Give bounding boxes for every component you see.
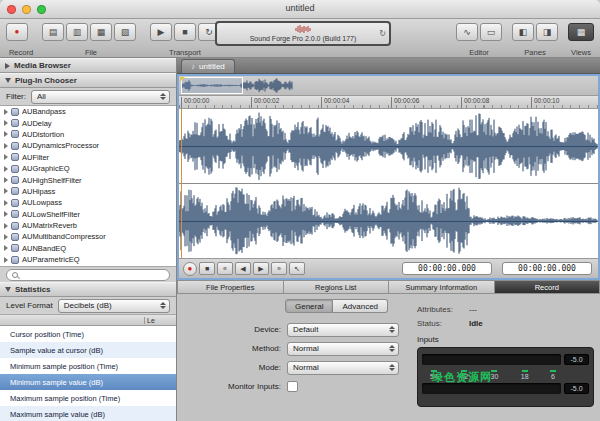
- toolbar-right: ∿ ▭ ◧ ◨ ▦: [456, 23, 594, 41]
- waveform-canvas[interactable]: [179, 109, 598, 258]
- plugin-label: AULowShelfFilter: [22, 210, 80, 219]
- tab-file-properties[interactable]: File Properties: [177, 280, 284, 294]
- plugin-list-item[interactable]: AULowShelfFilter: [0, 209, 176, 220]
- disclosure-icon[interactable]: [4, 131, 8, 137]
- wave-edit-icon: ∿: [463, 28, 471, 37]
- plugin-icon: [11, 233, 19, 241]
- plugin-list-item[interactable]: AUGraphicEQ: [0, 163, 176, 174]
- level-format-select[interactable]: Decibels (dB): [58, 299, 170, 313]
- waveform-channel-right[interactable]: [179, 184, 598, 259]
- editor-wave-button[interactable]: ∿: [456, 23, 478, 41]
- section-statistics[interactable]: Statistics: [0, 282, 176, 297]
- popup-arrows-icon: [160, 93, 166, 100]
- filter-select[interactable]: All: [31, 90, 170, 104]
- table-row[interactable]: Minimum sample position (Time): [0, 358, 176, 374]
- plugin-list-item[interactable]: AUHipass: [0, 186, 176, 197]
- disclosure-icon[interactable]: [4, 188, 8, 194]
- plugin-list-item[interactable]: AUDynamicsProcessor: [0, 140, 176, 151]
- monitor-inputs-checkbox[interactable]: [287, 381, 298, 392]
- disclosure-icon[interactable]: [4, 223, 8, 229]
- plugin-list-item[interactable]: AUNBandEQ: [0, 243, 176, 254]
- mode-select[interactable]: Normal: [287, 361, 399, 375]
- table-row[interactable]: Sample value at cursor (dB): [0, 342, 176, 358]
- plugin-label: AUHipass: [22, 187, 55, 196]
- table-row-selected[interactable]: Minimum sample value (dB): [0, 374, 176, 390]
- section-plugin-chooser[interactable]: Plug-In Chooser: [0, 73, 176, 88]
- disclosure-icon[interactable]: [4, 154, 8, 160]
- search-field[interactable]: [6, 269, 170, 281]
- tab-summary-information[interactable]: Summary Information: [389, 280, 495, 294]
- plugin-list-item[interactable]: AUBandpass: [0, 106, 176, 117]
- refresh-icon[interactable]: ↻: [379, 29, 386, 38]
- search-input[interactable]: [21, 270, 164, 279]
- open-file-button[interactable]: ▥: [66, 23, 88, 41]
- selection-time-display[interactable]: 00:00:00.000: [502, 262, 592, 275]
- views-button[interactable]: ▦: [568, 23, 594, 41]
- go-to-start-button[interactable]: «: [217, 262, 233, 275]
- new-file-button[interactable]: ▤: [42, 23, 64, 41]
- time-ruler[interactable]: 00:00:00 00:00:02 00:00:04 00:00:06 00:0…: [179, 96, 598, 109]
- document-tab[interactable]: ♪ untitled: [181, 59, 235, 73]
- save-file-icon: ▦: [97, 28, 106, 37]
- pane-left-button[interactable]: ◧: [512, 23, 534, 41]
- disclosure-icon[interactable]: [4, 166, 8, 172]
- disclosure-icon[interactable]: [4, 234, 8, 240]
- position-time-display[interactable]: 00:00:00.000: [402, 262, 492, 275]
- save-file-button[interactable]: ▦: [90, 23, 112, 41]
- table-row[interactable]: Cursor position (Time): [0, 326, 176, 342]
- play-button[interactable]: ▶: [253, 262, 269, 275]
- plugin-icon: [11, 187, 19, 195]
- plugin-list-item[interactable]: AULowpass: [0, 197, 176, 208]
- tab-record[interactable]: Record: [495, 280, 600, 294]
- disclosure-icon[interactable]: [4, 109, 8, 115]
- tab-advanced[interactable]: Advanced: [333, 299, 388, 313]
- table-row[interactable]: Maximum sample position (Time): [0, 390, 176, 406]
- plugin-list-item[interactable]: AUMatrixReverb: [0, 220, 176, 231]
- stop-button[interactable]: ■: [174, 23, 196, 41]
- playback-cursor[interactable]: [181, 109, 182, 258]
- rewind-button[interactable]: ◀: [235, 262, 251, 275]
- play-button[interactable]: ▶: [150, 23, 172, 41]
- overview-strip[interactable]: [179, 76, 598, 96]
- inputs-label: Inputs: [417, 335, 594, 344]
- section-media-browser[interactable]: Media Browser: [0, 58, 176, 73]
- panel-tabbar: File Properties Regions List Summary Inf…: [177, 280, 600, 294]
- tab-general[interactable]: General: [285, 299, 333, 313]
- plugin-list[interactable]: AUBandpass AUDelay AUDistortion AUDynami…: [0, 106, 176, 266]
- disclosure-icon[interactable]: [4, 177, 8, 183]
- stats-table-header[interactable]: Le: [0, 315, 176, 326]
- disclosure-icon[interactable]: [4, 200, 8, 206]
- plugin-list-item[interactable]: AUMultibandCompressor: [0, 231, 176, 242]
- plugin-list-item[interactable]: AUParametricEQ: [0, 254, 176, 265]
- disclosure-icon[interactable]: [4, 257, 8, 263]
- export-file-button[interactable]: ▧: [114, 23, 136, 41]
- stop-button[interactable]: ■: [199, 262, 215, 275]
- tab-regions-list[interactable]: Regions List: [284, 280, 390, 294]
- disclosure-icon[interactable]: [4, 120, 8, 126]
- editor-select-button[interactable]: ▭: [480, 23, 502, 41]
- disclosure-icon[interactable]: [4, 211, 8, 217]
- disclosure-icon[interactable]: [4, 245, 8, 251]
- table-row[interactable]: Maximum sample value (dB): [0, 406, 176, 421]
- plugin-list-item[interactable]: AUDistortion: [0, 129, 176, 140]
- main-area: ♪ untitled 00:00:00 00:00:02 00:00:04 00…: [177, 58, 600, 421]
- stop-icon: ■: [182, 28, 187, 37]
- go-to-end-button[interactable]: »: [271, 262, 287, 275]
- play-icon: ▶: [158, 28, 165, 37]
- level-format-row: Level Format Decibels (dB): [0, 297, 176, 315]
- method-select[interactable]: Normal: [287, 342, 399, 356]
- overview-selection[interactable]: [181, 77, 243, 94]
- popup-arrows-icon: [160, 302, 166, 309]
- plugin-icon: [11, 119, 19, 127]
- titlebar[interactable]: untitled: [0, 0, 600, 19]
- record-button[interactable]: ●: [6, 23, 28, 41]
- plugin-list-item[interactable]: AUHighShelfFilter: [0, 174, 176, 185]
- plugin-list-item[interactable]: AUDelay: [0, 117, 176, 128]
- record-button[interactable]: ●: [183, 262, 197, 276]
- disclosure-icon[interactable]: [4, 143, 8, 149]
- waveform-channel-left[interactable]: [179, 109, 598, 184]
- device-select[interactable]: Default: [287, 323, 399, 337]
- plugin-list-item[interactable]: AUFilter: [0, 152, 176, 163]
- edit-tool-button[interactable]: ↖: [289, 262, 305, 275]
- pane-right-button[interactable]: ◨: [536, 23, 558, 41]
